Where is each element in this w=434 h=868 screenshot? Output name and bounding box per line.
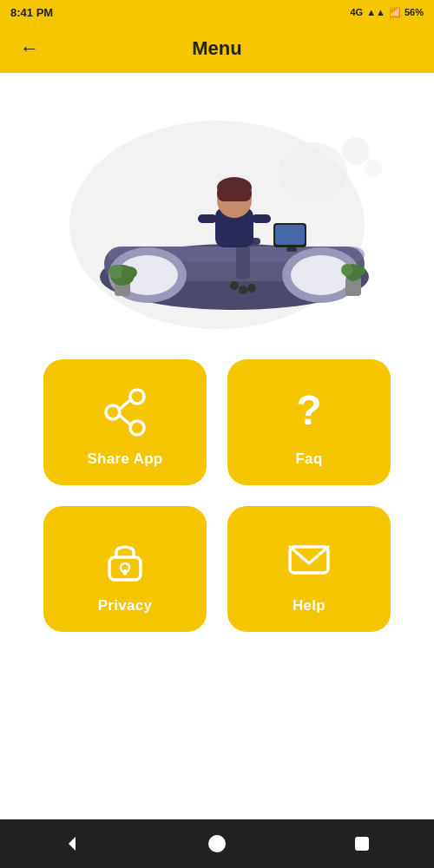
svg-point-31 (341, 264, 353, 276)
svg-text:?: ? (296, 387, 321, 433)
privacy-label: Privacy (98, 597, 153, 615)
nav-recent-button[interactable] (345, 826, 379, 861)
svg-point-15 (239, 286, 247, 294)
battery-icon: 56% (404, 7, 424, 17)
svg-line-36 (119, 399, 131, 410)
svg-rect-39 (109, 557, 141, 580)
svg-point-2 (342, 137, 370, 165)
help-label: Help (293, 597, 326, 615)
svg-point-44 (208, 835, 226, 852)
svg-point-33 (130, 390, 144, 404)
svg-rect-23 (198, 214, 217, 223)
svg-rect-22 (217, 186, 252, 201)
status-icons: 4G ▲▲ 📶 56% (351, 7, 424, 18)
status-bar: 8:41 PM 4G ▲▲ 📶 56% (0, 0, 434, 24)
svg-rect-18 (286, 247, 297, 252)
signal-icon: 4G (351, 7, 364, 17)
svg-point-13 (230, 281, 239, 290)
svg-line-37 (119, 415, 131, 425)
faq-label: Faq (295, 450, 322, 468)
nav-back-button[interactable] (55, 826, 89, 861)
privacy-button[interactable]: Privacy (43, 506, 207, 632)
illustration-area (0, 73, 434, 351)
back-button[interactable]: ← (14, 33, 45, 64)
back-arrow-icon: ← (20, 37, 39, 60)
faq-icon: ? (281, 385, 337, 440)
network-icon: ▲▲ (366, 7, 385, 17)
menu-grid: Share App ? Faq Privacy (0, 351, 434, 819)
status-time: 8:41 PM (10, 6, 53, 19)
svg-marker-43 (69, 837, 76, 851)
bottom-navigation (0, 819, 434, 868)
wifi-icon: 📶 (389, 7, 401, 18)
privacy-icon (97, 531, 153, 587)
svg-rect-41 (123, 569, 127, 575)
svg-rect-24 (252, 214, 271, 223)
help-button[interactable]: Help (227, 506, 391, 632)
help-icon (281, 531, 337, 587)
svg-rect-12 (236, 245, 250, 279)
svg-rect-17 (275, 225, 305, 245)
share-app-icon (97, 385, 153, 440)
page-title: Menu (192, 37, 241, 60)
svg-point-3 (365, 160, 382, 177)
share-app-label: Share App (87, 450, 162, 468)
svg-point-14 (247, 284, 256, 293)
svg-point-28 (122, 266, 137, 279)
svg-point-1 (278, 142, 347, 203)
nav-home-button[interactable] (200, 826, 234, 861)
svg-point-34 (106, 405, 120, 419)
faq-button[interactable]: ? Faq (227, 359, 391, 485)
share-app-button[interactable]: Share App (43, 359, 207, 485)
svg-point-32 (353, 266, 365, 276)
svg-rect-45 (355, 837, 369, 851)
header: ← Menu (0, 24, 434, 73)
desk-illustration (52, 86, 382, 338)
svg-point-35 (130, 421, 144, 435)
svg-point-10 (291, 255, 352, 295)
